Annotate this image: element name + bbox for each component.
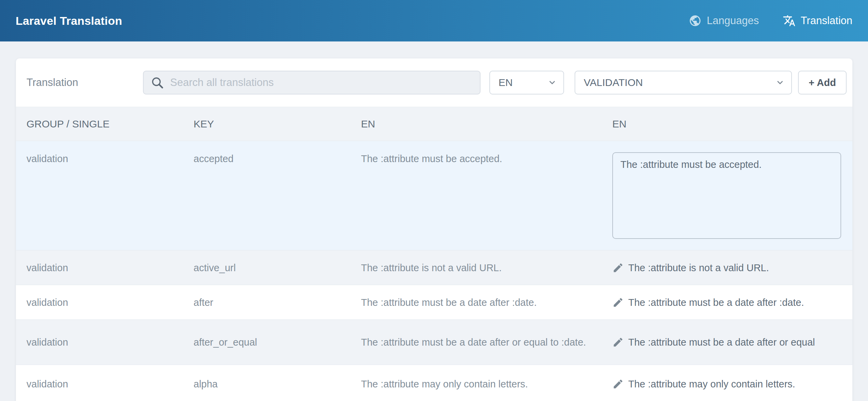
group-select-value: VALIDATION (584, 77, 643, 88)
navbar: Laravel Translation LanguagesTranslation (0, 0, 868, 41)
nav-link-label: Languages (707, 15, 759, 27)
cell-group: validation (16, 285, 183, 319)
translation-edit[interactable]: The :attribute must be a date after :dat… (612, 296, 852, 309)
cell-translation: The :attribute is not a valid URL. (604, 250, 852, 285)
nav-link-languages[interactable]: Languages (689, 14, 759, 27)
cell-source-text: The :attribute must be a date after or e… (350, 320, 604, 365)
nav-link-label: Translation (801, 15, 852, 27)
cell-source-text: The :attribute may only contain letters. (350, 365, 604, 401)
cell-group: validation (16, 320, 183, 365)
language-select[interactable]: EN (489, 71, 564, 94)
translation-textarea[interactable] (612, 152, 841, 239)
chevron-down-icon (776, 78, 784, 87)
search-icon (150, 76, 164, 89)
table-row: validationafter_or_equalThe :attribute m… (16, 319, 852, 365)
header-group-single: GROUP / SINGLE (16, 118, 183, 130)
cell-translation: The :attribute may only contain letters. (604, 365, 852, 401)
add-button[interactable]: + Add (798, 71, 847, 94)
cell-group: validation (16, 365, 183, 401)
cell-source-text: The :attribute must be a date after :dat… (350, 285, 604, 319)
cell-translation (604, 141, 852, 250)
table-row: validationacceptedThe :attribute must be… (16, 141, 852, 250)
table-row: validationafterThe :attribute must be a … (16, 285, 852, 319)
pencil-icon (612, 378, 624, 390)
translation-text: The :attribute must be a date after or e… (628, 336, 815, 349)
header-source-locale: EN (350, 118, 604, 130)
brand-title: Laravel Translation (16, 14, 122, 28)
cell-source-text: The :attribute is not a valid URL. (350, 250, 604, 285)
cell-key: after_or_equal (183, 320, 350, 365)
translation-text: The :attribute may only contain letters. (628, 378, 795, 390)
search-input[interactable] (169, 76, 473, 89)
translation-edit[interactable]: The :attribute may only contain letters. (612, 378, 852, 390)
nav-links: LanguagesTranslation (689, 14, 852, 27)
cell-key: after (183, 285, 350, 319)
toolbar: Translation EN VALIDATION + Add (16, 58, 852, 107)
cell-key: active_url (183, 250, 350, 285)
translation-text: The :attribute must be a date after :dat… (628, 296, 804, 309)
language-select-value: EN (499, 77, 513, 88)
cell-key: accepted (183, 141, 350, 250)
cell-group: validation (16, 250, 183, 285)
header-key: KEY (183, 118, 350, 130)
pencil-icon (612, 336, 624, 348)
globe-icon (689, 14, 702, 27)
translation-edit[interactable]: The :attribute is not a valid URL. (612, 261, 852, 274)
translate-icon (783, 14, 796, 27)
table-header: GROUP / SINGLE KEY EN EN (16, 107, 852, 141)
cell-source-text: The :attribute must be accepted. (350, 141, 604, 250)
search-box[interactable] (143, 71, 481, 94)
cell-translation: The :attribute must be a date after or e… (604, 320, 852, 365)
cell-key: alpha (183, 365, 350, 401)
translation-edit[interactable]: The :attribute must be a date after or e… (612, 336, 852, 349)
group-select[interactable]: VALIDATION (575, 71, 792, 94)
table-row: validationactive_urlThe :attribute is no… (16, 250, 852, 285)
translation-text: The :attribute is not a valid URL. (628, 261, 769, 274)
table-row: validationalphaThe :attribute may only c… (16, 365, 852, 401)
translation-card: Translation EN VALIDATION + Add GROUP / … (16, 58, 852, 401)
pencil-icon (612, 297, 624, 308)
nav-link-translation[interactable]: Translation (783, 14, 852, 27)
table-body: validationacceptedThe :attribute must be… (16, 141, 852, 401)
header-target-locale: EN (604, 118, 852, 130)
cell-group: validation (16, 141, 183, 250)
card-title: Translation (26, 76, 143, 89)
chevron-down-icon (548, 78, 557, 87)
pencil-icon (612, 262, 624, 274)
cell-translation: The :attribute must be a date after :dat… (604, 285, 852, 319)
